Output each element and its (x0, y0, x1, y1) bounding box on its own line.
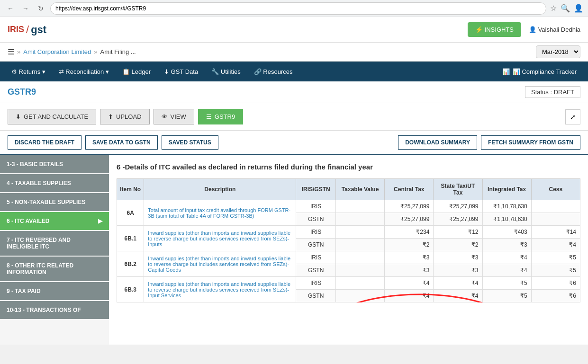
sidebar-label-itc-availed: 6 - ITC AVAILED (7, 218, 49, 224)
data-table: Item No Description IRIS/GSTN Taxable Va… (117, 178, 580, 302)
period-select[interactable]: Mar-2018 (536, 45, 580, 58)
th-integrated-tax: Integrated Tax (482, 179, 531, 200)
taxable-6a-iris (336, 200, 385, 213)
cess-6b3-gstn: ₹6 (531, 290, 580, 302)
central-6b1-gstn: ₹2 (385, 239, 434, 251)
profile-icon: 👤 (574, 4, 583, 13)
back-button[interactable]: ← (5, 3, 16, 14)
table-row: 6B.1 Inward supplies (other than imports… (117, 226, 580, 239)
state-6b1-gstn: ₹2 (434, 239, 482, 251)
sidebar-item-non-taxable-supplies[interactable]: 5 - NON-TAXABLE SUPPLIES (0, 193, 109, 211)
browser-icons: ☆ 🔍 👤 (550, 4, 583, 13)
source-6b3-gstn: GSTN (296, 290, 336, 302)
logo-gst: gst (31, 24, 46, 36)
cess-6b2-iris: ₹5 (531, 251, 580, 264)
nav-utilities[interactable]: 🔧 Utilities (205, 64, 247, 79)
compliance-tracker-label: 📊 Compliance Tracker (513, 68, 577, 75)
download-summary-button[interactable]: DOWNLOAD SUMMARY (398, 135, 477, 150)
fetch-summary-button[interactable]: FETCH SUMMARY FROM GSTN (481, 135, 580, 150)
browser-bar: ← → ↻ ☆ 🔍 👤 (0, 0, 588, 17)
logo-iris: IRIS (8, 25, 24, 35)
nav-returns[interactable]: ⚙ Returns ▾ (5, 64, 52, 79)
th-cess: Cess (531, 179, 580, 200)
breadcrumb-filing: Amit Filing ... (100, 48, 136, 55)
get-calculate-button[interactable]: ⬇ GET AND CALCULATE (8, 109, 96, 124)
upload-label: UPLOAD (116, 113, 141, 120)
desc-6b2: Inward supplies (other than imports and … (144, 251, 296, 277)
table-wrapper: Item No Description IRIS/GSTN Taxable Va… (117, 178, 580, 302)
source-6a-gstn: GSTN (296, 213, 336, 226)
breadcrumb-sep2: » (94, 48, 97, 55)
state-6a-iris: ₹25,27,099 (434, 200, 482, 213)
th-state-tax: State Tax/UT Tax (434, 179, 482, 200)
integrated-6b1-gstn: ₹3 (482, 239, 531, 251)
central-6b2-gstn: ₹3 (385, 264, 434, 277)
expand-button[interactable]: ⤢ (565, 109, 580, 124)
gstr9-button[interactable]: ☰ GSTR9 (198, 109, 243, 124)
sidebar-item-transactions[interactable]: 10-13 - TRANSACTIONS OF (0, 301, 109, 319)
save-data-button[interactable]: SAVE DATA TO GSTN (85, 135, 158, 150)
nav-reconciliation[interactable]: ⇄ Reconciliation ▾ (52, 64, 116, 79)
cess-6a-gstn (531, 213, 580, 226)
state-6b2-iris: ₹3 (434, 251, 482, 264)
saved-status-button[interactable]: SAVED STATUS (162, 135, 218, 150)
sidebar-label-non-taxable-supplies: 5 - NON-TAXABLE SUPPLIES (7, 199, 85, 205)
menu-icon[interactable]: ☰ (8, 47, 14, 56)
table-row: 6B.3 Inward supplies (other than imports… (117, 277, 580, 290)
cess-6a-iris (531, 200, 580, 213)
forward-button[interactable]: → (20, 3, 31, 14)
discard-draft-button[interactable]: DISCARD THE DRAFT (8, 135, 81, 150)
sidebar-label-taxable-supplies: 4 - TAXABLE SUPPLIES (7, 180, 71, 186)
item-6b2: 6B.2 (117, 251, 144, 277)
item-6a: 6A (117, 200, 144, 226)
integrated-6b1-iris: ₹403 (482, 226, 531, 239)
taxable-6b1-gstn (336, 239, 385, 251)
sidebar-item-itc-availed[interactable]: 6 - ITC AVAILED (0, 212, 109, 230)
star-icon: ☆ (550, 4, 557, 13)
view-button[interactable]: 👁 VIEW (154, 109, 194, 124)
source-6b3-iris: IRIS (296, 277, 336, 290)
item-6b3: 6B.3 (117, 277, 144, 302)
central-6a-iris: ₹25,27,099 (385, 200, 434, 213)
state-6b3-gstn: ₹4 (434, 290, 482, 302)
sidebar-item-tax-paid[interactable]: 9 - TAX PAID (0, 282, 109, 300)
state-6b3-iris: ₹4 (434, 277, 482, 290)
th-iris-gstn: IRIS/GSTN (296, 179, 336, 200)
th-central-tax: Central Tax (385, 179, 434, 200)
nav-compliance-tracker[interactable]: 📊 📊 Compliance Tracker (496, 64, 583, 79)
get-calculate-label: GET AND CALCULATE (24, 113, 88, 120)
upload-icon: ⬆ (108, 113, 113, 120)
address-bar[interactable] (50, 2, 546, 15)
cess-6b1-iris: ₹14 (531, 226, 580, 239)
nav-resources[interactable]: 🔗 Resources (247, 64, 299, 79)
taxable-6b2-gstn (336, 264, 385, 277)
refresh-button[interactable]: ↻ (35, 3, 46, 14)
breadcrumb-sep1: » (17, 48, 20, 55)
integrated-6a-iris: ₹1,10,78,630 (482, 200, 531, 213)
insights-button[interactable]: ⚡ INSIGHTS (468, 22, 521, 37)
cess-6b2-gstn: ₹5 (531, 264, 580, 277)
table-row: 6B.2 Inward supplies (other than imports… (117, 251, 580, 264)
taxable-6b2-iris (336, 251, 385, 264)
status-badge: Status : DRAFT (525, 86, 580, 98)
nav-gst-data[interactable]: ⬇ GST Data (157, 64, 205, 79)
sidebar-item-basic-details[interactable]: 1-3 - BASIC DETAILS (0, 155, 109, 173)
sidebar-item-other-itc[interactable]: 8 - OTHER ITC RELATED INFORMATION (0, 257, 109, 281)
taxable-6b3-gstn (336, 290, 385, 302)
desc-6b3: Inward supplies (other than imports and … (144, 277, 296, 302)
sidebar-item-itc-reversed[interactable]: 7 - ITC REVERSED AND INELIGIBLE ITC (0, 231, 109, 256)
header-right: ⚡ INSIGHTS 👤 Vaishali Dedhia (468, 22, 580, 37)
secondary-action-row: DISCARD THE DRAFT SAVE DATA TO GSTN SAVE… (0, 131, 588, 155)
th-description: Description (144, 179, 296, 200)
page-title: GSTR9 (8, 87, 36, 97)
breadcrumb-company[interactable]: Amit Corporation Limited (23, 48, 91, 55)
integrated-6b3-iris: ₹5 (482, 277, 531, 290)
sidebar-item-taxable-supplies[interactable]: 4 - TAXABLE SUPPLIES (0, 174, 109, 192)
upload-button[interactable]: ⬆ UPLOAD (100, 109, 149, 124)
chart-icon: 📊 (502, 68, 510, 75)
nav-ledger[interactable]: 📋 Ledger (116, 64, 157, 79)
logo: IRIS / gst (8, 24, 46, 36)
taxable-6b3-iris (336, 277, 385, 290)
page-title-bar: GSTR9 Status : DRAFT (0, 81, 588, 103)
download-icon: ⬇ (16, 113, 21, 120)
